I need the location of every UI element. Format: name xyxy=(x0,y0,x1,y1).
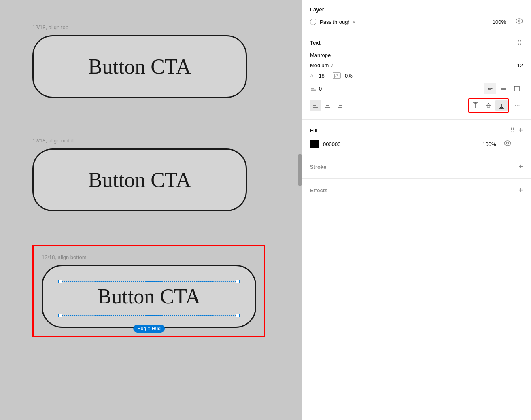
align-right-button[interactable] xyxy=(334,100,346,111)
layer-row: Pass through ∨ 100% xyxy=(302,17,531,32)
section1-label: 12/18, align top xyxy=(32,24,247,30)
section2-label: 12/18, align middle xyxy=(32,138,247,144)
align-center-button[interactable] xyxy=(322,100,333,111)
fill-section-header: Fill ⠿ + xyxy=(310,126,523,135)
valign-middle-button[interactable] xyxy=(482,100,495,111)
fill-add-button[interactable]: + xyxy=(518,126,523,135)
text-section: Text ⠿ Manrope Medium ∨ 12 A 18 |A| 0% xyxy=(302,32,531,120)
blend-mode-button[interactable]: Pass through ∨ xyxy=(320,19,355,25)
fill-options-icon[interactable]: ⠿ xyxy=(510,127,515,134)
fill-title: Fill xyxy=(310,127,318,134)
blend-mode-icon xyxy=(310,19,316,25)
color-swatch[interactable] xyxy=(310,140,319,148)
text-wrap-fixed-size-button[interactable] xyxy=(511,83,523,94)
text-wrap-auto-width-button[interactable] xyxy=(484,83,496,94)
font-family-label[interactable]: Manrope xyxy=(310,52,523,58)
svg-point-28 xyxy=(507,142,509,144)
svg-rect-12 xyxy=(514,86,519,91)
section-align-top: 12/18, align top Button CTA xyxy=(32,24,247,98)
letter-spacing-value: 0% xyxy=(345,73,353,79)
effects-section: Effects + xyxy=(302,179,531,202)
svg-point-0 xyxy=(516,19,523,23)
stroke-title: Stroke xyxy=(310,164,326,170)
font-weight-size-row: Medium ∨ 12 xyxy=(310,62,523,68)
button-cta-middle: Button CTA xyxy=(32,148,247,211)
fill-opacity-value[interactable]: 100% xyxy=(482,141,496,147)
visibility-eye-icon[interactable] xyxy=(516,18,523,25)
align-left-button[interactable] xyxy=(310,100,321,111)
right-panel: Layer Pass through ∨ 100% Text ⠿ Manrope xyxy=(302,0,531,420)
vertical-align-buttons xyxy=(468,98,509,113)
hug-badge: Hug × Hug xyxy=(133,325,165,333)
section-align-bottom: 12/18, align bottom Button CTA Hug × Hug xyxy=(32,245,266,337)
more-options-button[interactable]: ··· xyxy=(512,100,523,111)
text-options-icon[interactable]: ⠿ xyxy=(517,39,523,47)
font-size-value: 12 xyxy=(517,62,523,68)
fill-row: 000000 100% − xyxy=(310,140,523,148)
section-align-middle: 12/18, align middle Button CTA xyxy=(32,138,247,211)
svg-point-1 xyxy=(518,20,520,22)
paragraph-spacing-field[interactable]: 0 xyxy=(310,85,322,92)
scrollbar[interactable] xyxy=(298,0,302,420)
fill-section: Fill ⠿ + 000000 100% − xyxy=(302,120,531,155)
button-cta-bottom[interactable]: Button CTA xyxy=(42,265,256,328)
scrollbar-thumb[interactable] xyxy=(298,154,302,186)
horizontal-align-buttons xyxy=(310,100,346,111)
letter-spacing-field[interactable]: |A| 0% xyxy=(333,72,353,79)
font-weight-chevron-icon: ∨ xyxy=(330,63,333,68)
svg-point-27 xyxy=(504,141,511,146)
chevron-down-icon: ∨ xyxy=(353,20,355,24)
section3-label: 12/18, align bottom xyxy=(42,254,256,260)
button-cta-top: Button CTA xyxy=(32,35,247,98)
effects-title: Effects xyxy=(310,187,327,193)
text-section-title: Text xyxy=(310,40,321,46)
section3-inner: Button CTA Hug × Hug xyxy=(42,265,256,328)
alignment-row: ··· xyxy=(310,98,523,113)
opacity-value: 100% xyxy=(493,19,506,25)
fill-remove-button[interactable]: − xyxy=(518,140,523,148)
paragraph-spacing-icon xyxy=(310,85,316,92)
paragraph-spacing-value: 0 xyxy=(319,86,322,92)
canvas: 12/18, align top Button CTA 12/18, align… xyxy=(0,0,302,420)
effects-add-button[interactable]: + xyxy=(518,186,523,195)
valign-bottom-button[interactable] xyxy=(495,100,508,111)
text-wrap-fixed-width-button[interactable] xyxy=(497,83,510,94)
stroke-add-button[interactable]: + xyxy=(518,163,523,171)
text-section-header: Text ⠿ xyxy=(310,39,523,47)
line-height-value: 18 xyxy=(319,73,324,79)
line-height-field[interactable]: A 18 xyxy=(310,72,325,79)
layer-section: Layer Pass through ∨ 100% xyxy=(302,0,531,32)
valign-top-button[interactable] xyxy=(469,100,482,111)
color-hex-value[interactable]: 000000 xyxy=(323,141,478,147)
font-weight-button[interactable]: Medium ∨ xyxy=(310,62,333,68)
fill-visibility-icon[interactable] xyxy=(504,140,511,148)
text-wrap-buttons xyxy=(484,83,523,94)
layer-title: Layer xyxy=(302,0,531,17)
stroke-section: Stroke + xyxy=(302,155,531,179)
